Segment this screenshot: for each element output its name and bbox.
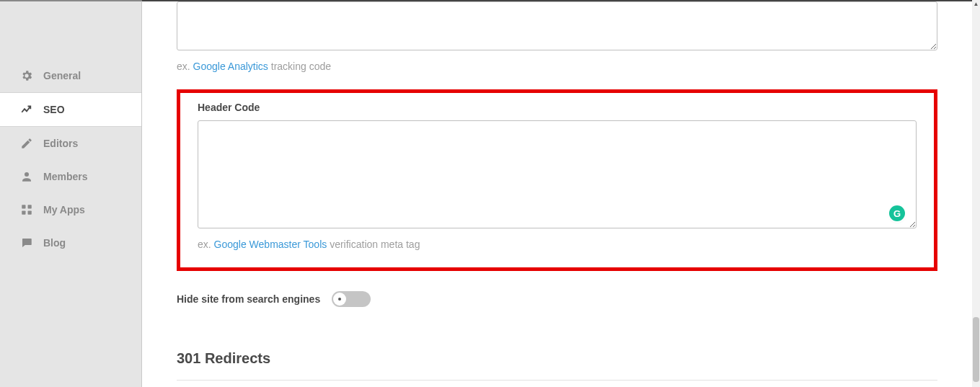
- sidebar-item-label: SEO: [43, 104, 65, 115]
- pencil-icon: [20, 137, 33, 150]
- chat-icon: [20, 236, 33, 249]
- scrollbar-arrow-up-icon[interactable]: ▲: [972, 0, 980, 8]
- sidebar-item-editors[interactable]: Editors: [0, 127, 141, 160]
- hint-suffix: verification meta tag: [327, 239, 420, 250]
- sidebar: General SEO Editors Members My Apps Blog: [0, 0, 141, 387]
- sidebar-item-members[interactable]: Members: [0, 160, 141, 193]
- gear-icon: [20, 69, 33, 82]
- hint-prefix: ex.: [177, 61, 193, 72]
- header-code-label: Header Code: [198, 102, 917, 113]
- google-analytics-link[interactable]: Google Analytics: [193, 61, 268, 72]
- trend-icon: [20, 103, 33, 116]
- svg-rect-1: [22, 205, 25, 208]
- google-webmaster-link[interactable]: Google Webmaster Tools: [214, 239, 327, 250]
- sidebar-item-general[interactable]: General: [0, 59, 141, 92]
- header-code-hint: ex. Google Webmaster Tools verification …: [198, 239, 917, 250]
- hide-site-label: Hide site from search engines: [177, 293, 320, 305]
- sidebar-item-label: General: [43, 70, 81, 81]
- svg-rect-4: [28, 211, 32, 215]
- sidebar-item-seo[interactable]: SEO: [0, 92, 141, 127]
- textarea-wrap: G: [198, 120, 917, 231]
- toggle-knob: [333, 293, 346, 306]
- apps-icon: [20, 203, 33, 216]
- sidebar-item-label: Blog: [43, 237, 66, 249]
- sidebar-item-label: Editors: [43, 138, 78, 149]
- sidebar-item-myapps[interactable]: My Apps: [0, 193, 141, 226]
- svg-rect-2: [28, 205, 32, 208]
- hint-suffix: tracking code: [268, 61, 331, 72]
- redirects-title: 301 Redirects: [177, 350, 937, 367]
- footer-code-textarea[interactable]: [177, 1, 937, 50]
- person-icon: [20, 170, 33, 183]
- sidebar-item-blog[interactable]: Blog: [0, 226, 141, 259]
- grammarly-icon[interactable]: G: [889, 205, 905, 221]
- header-code-textarea[interactable]: [198, 120, 917, 228]
- svg-rect-3: [22, 211, 25, 215]
- header-code-highlight: Header Code G ex. Google Webmaster Tools…: [177, 89, 937, 271]
- hide-row: Hide site from search engines: [177, 291, 937, 307]
- sidebar-item-label: My Apps: [43, 204, 85, 215]
- hide-site-toggle[interactable]: [332, 291, 371, 307]
- scrollbar-thumb[interactable]: [973, 317, 979, 382]
- sidebar-item-label: Members: [43, 171, 87, 182]
- svg-point-0: [25, 172, 29, 177]
- main-content: ex. Google Analytics tracking code Heade…: [141, 0, 972, 387]
- section-divider: [177, 380, 937, 381]
- hint-prefix: ex.: [198, 239, 214, 250]
- scrollbar[interactable]: ▲: [972, 0, 980, 387]
- footer-code-hint: ex. Google Analytics tracking code: [177, 61, 937, 72]
